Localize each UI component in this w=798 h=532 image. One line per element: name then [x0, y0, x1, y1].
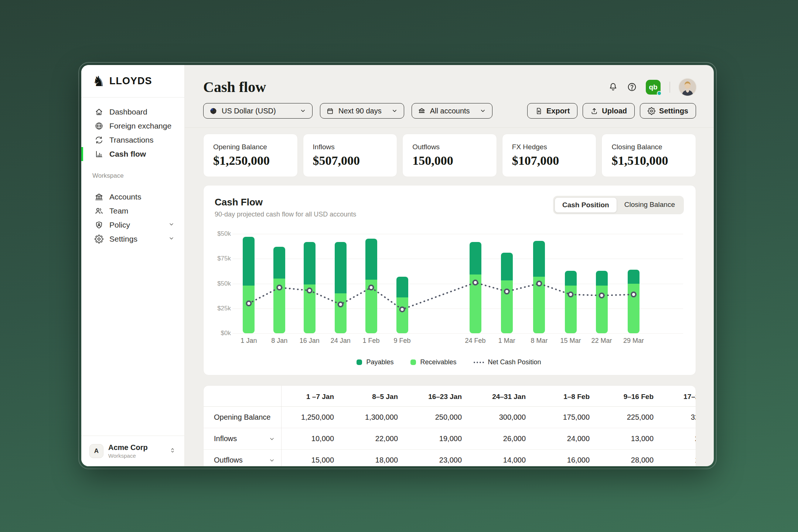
table-column-header: 9–16 Feb: [601, 386, 665, 407]
card-value: $107,000: [512, 154, 587, 168]
y-axis-tick-label: $50k: [215, 230, 231, 238]
summary-card[interactable]: Outflows150,000: [402, 134, 497, 177]
bar-24-feb[interactable]: [470, 242, 481, 333]
y-axis-tick-label: $75k: [215, 255, 231, 262]
bar-chart-icon: [95, 150, 103, 158]
chevron-down-icon: [480, 108, 486, 114]
quickbooks-status-dot: [657, 91, 662, 96]
accounts-dropdown[interactable]: All accounts: [412, 103, 492, 119]
table-cell: 15,000: [281, 450, 345, 467]
card-label: Inflows: [313, 143, 388, 151]
chevron-down-icon[interactable]: [269, 457, 275, 464]
upload-button[interactable]: Upload: [583, 103, 635, 119]
settings-label: Settings: [659, 107, 688, 115]
chevron-down-icon[interactable]: [269, 436, 275, 442]
chevron-down-icon[interactable]: [168, 235, 175, 243]
lloyds-horse-icon: ♞: [92, 74, 105, 88]
payables-segment: [273, 247, 285, 279]
notifications-bell-icon[interactable]: [608, 82, 618, 92]
chart-view-toggle: Cash Position Closing Balance: [553, 196, 684, 214]
net-cash-position-line: [235, 234, 678, 333]
bar-24-jan[interactable]: [335, 242, 347, 333]
x-axis-tick-label: 22 Mar: [591, 337, 612, 345]
cycle-arrows-icon: [95, 136, 103, 144]
row-label: Inflows: [214, 434, 275, 443]
summary-card[interactable]: Inflows$507,000: [303, 134, 398, 177]
x-axis-tick-label: 15 Mar: [560, 337, 581, 345]
chevron-down-icon[interactable]: [168, 221, 175, 229]
sidebar-item-foreign-exchange[interactable]: Foreign exchange: [81, 119, 184, 133]
table-cell: 12,000: [665, 450, 696, 467]
workspace-caption: Workspace: [108, 453, 148, 459]
x-axis-tick-label: 24 Jan: [331, 337, 351, 345]
table-cell: 22,000: [345, 428, 409, 450]
header-separator: [185, 127, 714, 128]
toggle-cash-position[interactable]: Cash Position: [555, 197, 617, 213]
table-cell: 250,000: [409, 407, 473, 428]
table-cell: 225,000: [601, 407, 665, 428]
x-axis-tick-label: 29 Mar: [623, 337, 644, 345]
table-cell: 10,000: [281, 428, 345, 450]
receivables-segment: [533, 277, 545, 333]
table-row: Inflows10,00022,00019,00026,00024,00013,…: [204, 428, 696, 450]
user-avatar[interactable]: [679, 79, 696, 96]
export-label: Export: [546, 107, 570, 115]
sidebar-item-team[interactable]: Team: [81, 204, 184, 218]
row-label-cell[interactable]: Outflows: [204, 450, 281, 467]
period-dropdown[interactable]: Next 90 days: [320, 103, 404, 119]
us-flag-icon: [209, 107, 217, 115]
cash-flow-table-panel: 1 –7 Jan8–5 Jan16–23 Jan24–31 Jan1–8 Feb…: [203, 385, 696, 466]
sidebar: ♞ LLOYDS Dashboard Foreign exchange Tran…: [81, 65, 185, 466]
filter-toolbar: US Dollar (USD) Next 90 days All account…: [203, 103, 696, 119]
bar-22-mar[interactable]: [596, 271, 608, 333]
header-divider: [669, 82, 670, 93]
x-axis-tick-label: 8 Jan: [271, 337, 287, 345]
bar-1-feb[interactable]: [365, 239, 377, 333]
legend-net-cash-position: Net Cash Position: [474, 358, 541, 366]
receivables-segment: [596, 286, 608, 333]
bar-1-mar[interactable]: [501, 253, 513, 333]
card-value: $507,000: [313, 154, 388, 168]
quickbooks-app-icon[interactable]: qb: [646, 80, 661, 95]
unfold-more-icon[interactable]: [169, 447, 176, 456]
sidebar-item-policy[interactable]: Policy: [81, 218, 184, 232]
net-line-swatch: [474, 362, 484, 363]
table-column-header: 1–8 Feb: [537, 386, 601, 407]
bar-1-jan[interactable]: [243, 237, 255, 333]
settings-button[interactable]: Settings: [640, 103, 696, 119]
home-icon: [95, 108, 103, 116]
summary-card[interactable]: Closing Balance$1,510,000: [601, 134, 696, 177]
desktop-background: ♞ LLOYDS Dashboard Foreign exchange Tran…: [0, 0, 798, 532]
sidebar-item-dashboard[interactable]: Dashboard: [81, 105, 184, 119]
bar-8-jan[interactable]: [273, 247, 285, 333]
y-axis-tick-label: $50k: [215, 280, 231, 287]
row-label-cell[interactable]: Inflows: [204, 428, 281, 450]
table-cell: 29,000: [665, 428, 696, 450]
workspace-name: Acme Corp: [108, 443, 148, 452]
sidebar-item-transactions[interactable]: Transactions: [81, 133, 184, 147]
sidebar-item-accounts[interactable]: Accounts: [81, 190, 184, 204]
row-label-text: Opening Balance: [214, 413, 270, 422]
bar-29-mar[interactable]: [628, 270, 640, 333]
sidebar-item-cash-flow[interactable]: Cash flow: [81, 147, 184, 161]
x-axis-tick-label: 16 Jan: [300, 337, 320, 345]
receivables-segment: [335, 293, 347, 333]
currency-dropdown[interactable]: US Dollar (USD): [203, 103, 313, 119]
cash-flow-chart-panel: Cash Flow 90-day projected cash flow for…: [203, 185, 696, 375]
sidebar-item-settings[interactable]: Settings: [81, 232, 184, 246]
card-label: FX Hedges: [512, 143, 587, 151]
export-button[interactable]: Export: [527, 103, 577, 119]
bar-15-mar[interactable]: [565, 271, 577, 333]
workspace-switcher[interactable]: A Acme Corp Workspace: [81, 436, 184, 466]
currency-value: US Dollar (USD): [222, 107, 276, 115]
table-header-row: 1 –7 Jan8–5 Jan16–23 Jan24–31 Jan1–8 Feb…: [204, 386, 696, 407]
bar-9-feb[interactable]: [396, 277, 408, 333]
help-icon[interactable]: [627, 82, 637, 92]
summary-card[interactable]: Opening Balance$1,250,000: [203, 134, 298, 177]
bar-8-mar[interactable]: [533, 241, 545, 333]
sidebar-item-label: Accounts: [109, 192, 141, 201]
bar-16-jan[interactable]: [304, 242, 316, 333]
summary-card[interactable]: FX Hedges$107,000: [502, 134, 597, 177]
toggle-closing-balance[interactable]: Closing Balance: [617, 197, 682, 213]
chart-plot-area: $50k$75k$50k$25k$0k: [215, 234, 683, 333]
